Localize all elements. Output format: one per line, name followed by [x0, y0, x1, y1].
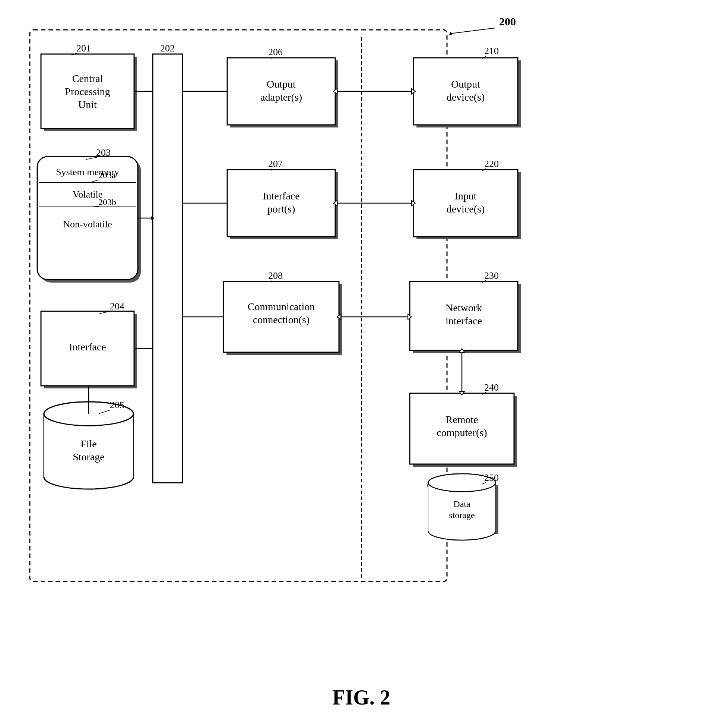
svg-text:Unit: Unit: [78, 99, 97, 110]
svg-text:204: 204: [110, 301, 124, 312]
svg-line-23: [91, 206, 99, 207]
svg-line-28: [99, 311, 110, 314]
svg-marker-106: [333, 200, 337, 206]
svg-text:207: 207: [268, 158, 283, 169]
svg-marker-109: [337, 314, 341, 320]
svg-rect-91: [431, 485, 499, 534]
svg-text:storage: storage: [449, 510, 474, 520]
svg-rect-24: [44, 314, 137, 388]
svg-text:Data: Data: [453, 499, 470, 509]
svg-point-30: [44, 402, 133, 426]
svg-text:201: 201: [76, 43, 91, 54]
svg-marker-110: [408, 314, 412, 320]
svg-text:220: 220: [484, 158, 499, 169]
svg-text:202: 202: [160, 43, 175, 54]
svg-text:Processing: Processing: [65, 86, 110, 97]
svg-rect-11: [40, 159, 141, 283]
svg-line-101: [482, 482, 486, 484]
svg-text:Volatile: Volatile: [73, 189, 102, 200]
svg-point-95: [429, 522, 496, 540]
svg-point-31: [44, 465, 133, 489]
svg-text:device(s): device(s): [447, 91, 485, 103]
svg-text:Interface: Interface: [262, 190, 299, 202]
svg-text:System memory: System memory: [56, 167, 119, 177]
svg-marker-104: [412, 89, 415, 94]
svg-line-21: [89, 180, 99, 183]
svg-line-2: [451, 28, 496, 34]
svg-rect-0: [30, 30, 447, 581]
svg-text:Communication: Communication: [248, 301, 315, 312]
svg-rect-25: [41, 311, 134, 386]
svg-text:210: 210: [484, 46, 499, 56]
svg-text:port(s): port(s): [267, 203, 295, 215]
svg-text:device(s): device(s): [447, 203, 485, 215]
svg-text:Central: Central: [72, 73, 103, 84]
svg-rect-5: [41, 54, 134, 128]
svg-marker-3: [449, 32, 453, 35]
svg-rect-67: [416, 60, 521, 127]
svg-rect-85: [413, 396, 517, 467]
svg-line-78: [482, 168, 486, 171]
svg-line-10: [71, 53, 78, 55]
svg-rect-38: [153, 54, 183, 483]
svg-marker-42: [151, 216, 155, 220]
svg-text:Output: Output: [451, 78, 480, 90]
svg-text:Interface: Interface: [69, 341, 106, 353]
svg-text:File: File: [81, 438, 97, 450]
svg-rect-46: [227, 58, 335, 125]
svg-line-84: [482, 280, 486, 283]
svg-marker-112: [459, 349, 465, 352]
svg-text:Network: Network: [445, 302, 482, 314]
svg-point-35: [44, 402, 133, 426]
svg-rect-52: [227, 170, 335, 237]
svg-line-19: [86, 157, 97, 159]
svg-rect-93: [429, 483, 496, 531]
svg-text:250: 250: [484, 472, 499, 483]
svg-text:Non-volatile: Non-volatile: [63, 219, 112, 229]
svg-rect-51: [230, 172, 338, 239]
svg-text:interface: interface: [445, 315, 482, 327]
svg-rect-86: [410, 393, 514, 464]
svg-text:connection(s): connection(s): [253, 314, 310, 326]
svg-text:205: 205: [110, 399, 124, 410]
svg-text:adapter(s): adapter(s): [260, 91, 302, 103]
svg-rect-80: [410, 281, 518, 350]
svg-text:Input: Input: [455, 190, 476, 202]
svg-rect-29: [44, 414, 133, 477]
svg-line-37: [99, 410, 110, 414]
svg-point-94: [429, 474, 496, 492]
svg-rect-58: [224, 281, 339, 352]
svg-rect-57: [226, 284, 342, 355]
svg-line-72: [482, 56, 486, 59]
svg-line-90: [482, 392, 486, 395]
svg-rect-74: [413, 170, 518, 237]
svg-text:203a: 203a: [98, 170, 116, 180]
svg-text:203: 203: [96, 147, 111, 158]
svg-rect-32: [44, 414, 133, 477]
svg-text:203b: 203b: [98, 197, 116, 207]
svg-text:206: 206: [268, 47, 283, 57]
svg-point-92: [427, 476, 496, 495]
svg-text:Storage: Storage: [73, 451, 105, 463]
svg-rect-96: [429, 483, 496, 531]
svg-marker-113: [459, 392, 465, 395]
svg-text:computer(s): computer(s): [436, 427, 487, 438]
svg-text:200: 200: [499, 15, 516, 28]
svg-rect-79: [413, 284, 521, 353]
svg-rect-68: [413, 58, 518, 125]
svg-rect-45: [230, 60, 338, 127]
svg-marker-107: [412, 200, 415, 206]
svg-text:Output: Output: [267, 78, 296, 90]
svg-text:230: 230: [484, 270, 499, 281]
svg-rect-4: [44, 57, 137, 131]
svg-marker-103: [333, 89, 337, 94]
svg-rect-12: [37, 156, 138, 280]
svg-text:Remote: Remote: [445, 414, 478, 425]
svg-text:FIG. 2: FIG. 2: [332, 686, 390, 709]
svg-point-99: [429, 474, 496, 492]
svg-rect-73: [416, 172, 521, 239]
svg-text:208: 208: [268, 270, 283, 281]
svg-text:240: 240: [484, 382, 499, 393]
